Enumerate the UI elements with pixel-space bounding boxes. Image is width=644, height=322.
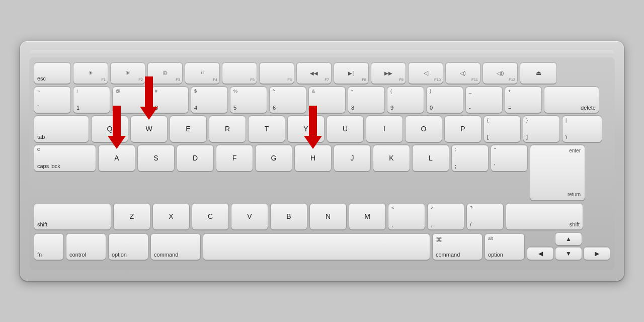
key-quote[interactable]: " ': [491, 145, 527, 171]
key-command-right[interactable]: ⌘ command: [433, 233, 482, 260]
arrow-a: [108, 106, 126, 149]
key-6[interactable]: ^ 6: [270, 87, 306, 113]
key-f10[interactable]: ◁ F10: [409, 62, 443, 84]
key-space[interactable]: [203, 233, 430, 260]
key-option-right[interactable]: alt option: [485, 233, 524, 260]
key-slash[interactable]: ? /: [467, 203, 503, 229]
key-delete[interactable]: delete: [544, 87, 599, 113]
key-h[interactable]: H: [295, 145, 331, 171]
keyboard-top-strip: [29, 50, 615, 55]
key-enter[interactable]: enter return: [530, 145, 585, 200]
key-5[interactable]: % 5: [230, 87, 267, 113]
key-f8[interactable]: ▶‖ F8: [334, 62, 368, 84]
fn-row: esc ☀ F1 ☀ F2 ⊞ F3 ⠿ F4 F5 F6: [34, 62, 610, 84]
key-w[interactable]: W: [131, 116, 167, 142]
key-l[interactable]: L: [413, 145, 449, 171]
modifier-row: fn control option command ⌘ command alt …: [34, 232, 610, 260]
key-minus[interactable]: _ -: [466, 87, 502, 113]
key-j[interactable]: J: [334, 145, 370, 171]
key-f1[interactable]: ☀ F1: [73, 62, 108, 84]
key-1[interactable]: ! 1: [73, 87, 110, 113]
key-backslash[interactable]: | \: [562, 116, 602, 142]
key-shift-right[interactable]: shift: [506, 203, 583, 229]
key-f[interactable]: F: [216, 145, 253, 171]
key-4[interactable]: $ 4: [191, 87, 227, 113]
key-0[interactable]: ) 0: [427, 87, 463, 113]
key-p[interactable]: P: [445, 116, 481, 142]
key-a[interactable]: A: [99, 145, 135, 171]
key-f5[interactable]: F5: [222, 62, 257, 84]
key-s[interactable]: S: [138, 145, 174, 171]
keyboard: esc ☀ F1 ☀ F2 ⊞ F3 ⠿ F4 F5 F6: [20, 41, 624, 281]
key-command-left[interactable]: command: [151, 233, 200, 260]
key-arrow-left[interactable]: ◀: [527, 247, 553, 260]
key-arrow-right[interactable]: ▶: [584, 247, 610, 260]
key-f11[interactable]: ◁) F11: [446, 62, 480, 84]
key-option-left[interactable]: option: [109, 233, 148, 260]
key-o[interactable]: O: [406, 116, 442, 142]
arrow-w: [140, 76, 158, 120]
key-bracket-open[interactable]: { [: [484, 116, 520, 142]
key-f9[interactable]: ▶▶ F9: [371, 62, 406, 84]
key-equals[interactable]: + =: [505, 87, 541, 113]
key-caps-lock[interactable]: caps lock: [34, 145, 96, 171]
asdf-row: caps lock A S D F G: [34, 145, 610, 200]
key-fn[interactable]: fn: [34, 233, 63, 260]
key-u[interactable]: U: [327, 116, 363, 142]
key-8[interactable]: * 8: [348, 87, 384, 113]
key-x[interactable]: X: [153, 203, 189, 229]
key-9[interactable]: ( 9: [387, 87, 424, 113]
key-backtick[interactable]: ~ `: [34, 87, 70, 113]
key-esc[interactable]: esc: [34, 62, 70, 84]
key-comma[interactable]: < ,: [388, 203, 425, 229]
key-tab[interactable]: tab: [34, 116, 89, 142]
key-f7[interactable]: ◀◀ F7: [297, 62, 331, 84]
key-f6[interactable]: F6: [260, 62, 294, 84]
key-n[interactable]: N: [310, 203, 346, 229]
key-g[interactable]: G: [256, 145, 292, 171]
key-v[interactable]: V: [231, 203, 268, 229]
key-k[interactable]: K: [373, 145, 410, 171]
arrow-h: [304, 106, 322, 149]
key-r[interactable]: R: [209, 116, 246, 142]
key-d[interactable]: D: [177, 145, 213, 171]
key-c[interactable]: C: [192, 203, 228, 229]
key-b[interactable]: B: [271, 203, 307, 229]
key-semicolon[interactable]: : ;: [452, 145, 488, 171]
key-m[interactable]: M: [349, 203, 385, 229]
key-f4[interactable]: ⠿ F4: [185, 62, 219, 84]
key-z[interactable]: Z: [114, 203, 150, 229]
key-f12[interactable]: ◁)) F12: [483, 62, 517, 84]
key-e[interactable]: E: [170, 116, 206, 142]
shift-row: shift Z X C V B N M <: [34, 203, 610, 229]
key-eject[interactable]: ⏏: [520, 62, 556, 84]
key-period[interactable]: > .: [428, 203, 464, 229]
key-i[interactable]: I: [366, 116, 403, 142]
key-arrow-up[interactable]: ▲: [555, 232, 582, 245]
key-bracket-close[interactable]: } ]: [523, 116, 559, 142]
key-t[interactable]: T: [249, 116, 285, 142]
key-shift-left[interactable]: shift: [34, 203, 111, 229]
arrow-cluster: ▲ ◀ ▼ ▶: [527, 232, 610, 260]
key-arrow-down[interactable]: ▼: [555, 247, 582, 260]
keyboard-body: esc ☀ F1 ☀ F2 ⊞ F3 ⠿ F4 F5 F6: [29, 57, 615, 270]
key-control-left[interactable]: control: [66, 233, 106, 260]
